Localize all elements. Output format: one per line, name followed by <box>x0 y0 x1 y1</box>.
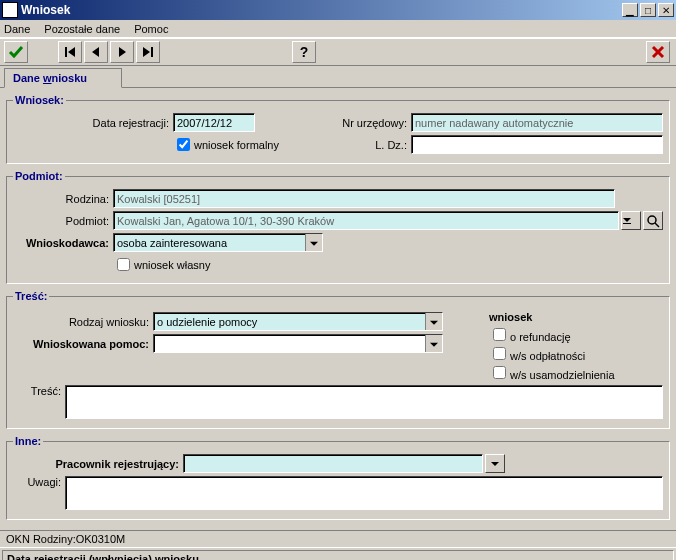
minimize-button[interactable]: ▁ <box>622 3 638 17</box>
label-o-refundacje: o refundację <box>510 331 571 343</box>
label-rodzaj-wniosku: Rodzaj wniosku: <box>13 316 153 328</box>
group-wniosek-legend: Wniosek: <box>13 94 66 106</box>
chevron-down-icon <box>310 241 318 245</box>
nav-first-button[interactable] <box>58 41 82 63</box>
chevron-down-icon <box>430 320 438 324</box>
label-wniosek-wlasny: wniosek własny <box>134 259 210 271</box>
label-rodzina: Rodzina: <box>13 193 113 205</box>
maximize-button[interactable]: □ <box>640 3 656 17</box>
group-inne-legend: Inne: <box>13 435 43 447</box>
help-button[interactable]: ? <box>292 41 316 63</box>
svg-marker-1 <box>68 47 75 57</box>
label-ws-odplatnosci: w/s odpłatności <box>510 350 585 362</box>
input-rodzina <box>113 189 615 208</box>
menu-bar: Dane Pozostałe dane Pomoc <box>0 20 676 38</box>
svg-rect-5 <box>151 47 153 57</box>
close-window-button[interactable]: ✕ <box>658 3 674 17</box>
search-icon <box>646 214 660 228</box>
input-podmiot <box>113 211 619 230</box>
podmiot-dropdown-button[interactable] <box>621 211 641 230</box>
select-wnioskodawca[interactable] <box>113 233 323 252</box>
check-icon <box>8 44 24 60</box>
label-tresc: Treść: <box>13 385 65 397</box>
select-wnioskowana-pomoc[interactable] <box>153 334 443 353</box>
checkbox-wniosek-formalny[interactable] <box>177 138 190 151</box>
input-pracownik-rejestrujacy[interactable] <box>183 454 483 473</box>
svg-rect-0 <box>65 47 67 57</box>
nav-next-icon <box>116 46 128 58</box>
chevron-down-icon <box>623 218 631 222</box>
pracownik-dropdown-button[interactable] <box>485 454 505 473</box>
status-line-1: OKN Rodziny:OK0310M <box>0 530 676 548</box>
nav-first-icon <box>64 46 76 58</box>
group-inne: Inne: Pracownik rejestrujący: Uwagi: <box>6 435 670 520</box>
label-ldz: L. Dz.: <box>335 139 411 151</box>
label-podmiot: Podmiot: <box>13 215 113 227</box>
svg-marker-3 <box>119 47 126 57</box>
select-rodzaj-wniosku[interactable] <box>153 312 443 331</box>
input-nr-urzedowy <box>411 113 663 132</box>
app-icon <box>2 2 18 18</box>
checkbox-ws-odplatnosci[interactable] <box>493 347 506 360</box>
podmiot-lookup-button[interactable] <box>643 211 663 230</box>
nav-last-icon <box>142 46 154 58</box>
checkbox-o-refundacje[interactable] <box>493 328 506 341</box>
svg-line-9 <box>655 223 659 227</box>
label-wnioskodawca: Wnioskodawca: <box>13 237 113 249</box>
nav-last-button[interactable] <box>136 41 160 63</box>
window-title: Wniosek <box>21 3 620 17</box>
nav-next-button[interactable] <box>110 41 134 63</box>
close-icon <box>651 45 665 59</box>
nav-prev-button[interactable] <box>84 41 108 63</box>
menu-dane[interactable]: Dane <box>4 23 30 35</box>
group-tresc-legend: Treść: <box>13 290 49 302</box>
label-wnioskowana-pomoc: Wnioskowana pomoc: <box>13 338 153 350</box>
svg-marker-2 <box>92 47 99 57</box>
label-wniosek-side: wniosek <box>489 311 663 323</box>
tab-label-suffix: niosku <box>52 72 87 84</box>
status-line-2: Data rejestracji (wpłynięcia) wniosku <box>2 550 674 560</box>
checkbox-wniosek-wlasny[interactable] <box>117 258 130 271</box>
tab-label-u: w <box>43 72 52 84</box>
tab-label-prefix: Dane <box>13 72 43 84</box>
checkbox-ws-usamodzielnienia[interactable] <box>493 366 506 379</box>
group-podmiot: Podmiot: Rodzina: Podmiot: Wnioskodawca: <box>6 170 670 284</box>
chevron-down-icon <box>491 462 499 466</box>
label-uwagi: Uwagi: <box>13 476 65 488</box>
nav-prev-icon <box>90 46 102 58</box>
label-wniosek-formalny: wniosek formalny <box>194 139 279 151</box>
input-data-rejestracji[interactable] <box>173 113 255 132</box>
title-bar: Wniosek ▁ □ ✕ <box>0 0 676 20</box>
tab-dane-wniosku[interactable]: Dane wniosku <box>4 68 122 88</box>
svg-point-8 <box>648 216 656 224</box>
chevron-down-icon <box>430 342 438 346</box>
label-pracownik-rejestrujacy: Pracownik rejestrujący: <box>13 458 183 470</box>
cancel-button[interactable] <box>646 41 670 63</box>
label-ws-usamodzielnienia: w/s usamodzielnienia <box>510 369 615 381</box>
menu-pozostale-dane[interactable]: Pozostałe dane <box>44 23 120 35</box>
svg-marker-4 <box>143 47 150 57</box>
textarea-uwagi[interactable] <box>65 476 663 510</box>
question-icon: ? <box>300 44 309 60</box>
tab-strip: Dane wniosku <box>0 66 676 88</box>
label-data-rejestracji: Data rejestracji: <box>13 117 173 129</box>
confirm-button[interactable] <box>4 41 28 63</box>
toolbar: ? <box>0 38 676 66</box>
group-tresc: Treść: Rodzaj wniosku: Wnioskowana pomoc… <box>6 290 670 429</box>
label-nr-urzedowy: Nr urzędowy: <box>335 117 411 129</box>
textarea-tresc[interactable] <box>65 385 663 419</box>
input-ldz[interactable] <box>411 135 663 154</box>
group-wniosek: Wniosek: Data rejestracji: Nr urzędowy: … <box>6 94 670 164</box>
group-podmiot-legend: Podmiot: <box>13 170 65 182</box>
menu-pomoc[interactable]: Pomoc <box>134 23 168 35</box>
